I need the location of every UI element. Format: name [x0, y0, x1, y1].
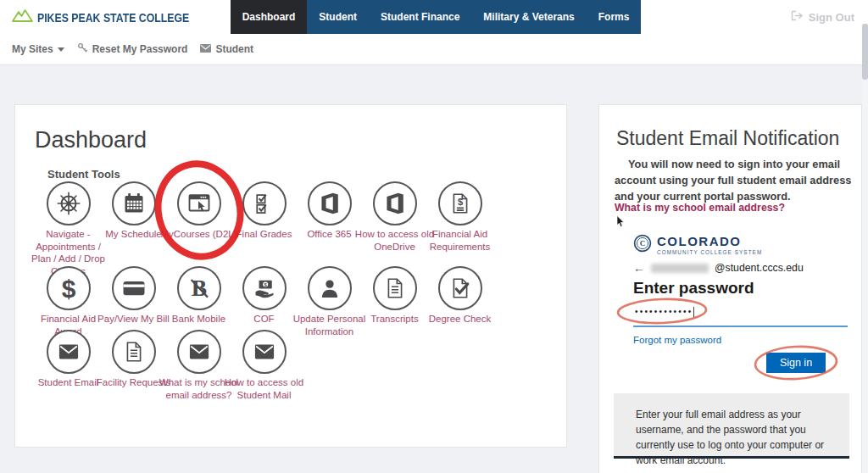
redacted-username [651, 264, 709, 273]
sign-out-button[interactable]: Sign Out [791, 0, 854, 34]
tool-update-personal-information[interactable]: Update Personal Information [297, 266, 362, 337]
tab-student-finance[interactable]: Student Finance [369, 0, 471, 34]
checklist-icon [242, 181, 287, 225]
person-icon [308, 266, 352, 310]
tool-financial-aid-award[interactable]: $Financial Aid Award [36, 266, 101, 337]
forgot-password-link[interactable]: Forgot my password [633, 335, 721, 345]
browser-cursor-icon [177, 181, 221, 225]
key-icon [77, 42, 88, 56]
email-domain-text: @student.cccs.edu [715, 262, 804, 274]
back-arrow-icon[interactable]: ← [633, 261, 645, 275]
calendar-icon [112, 181, 156, 225]
main-nav: PIKES PEAK STATE COLLEGE DashboardStuden… [0, 0, 868, 34]
mountain-logo-icon [12, 8, 33, 26]
signed-in-email: ← @student.cccs.edu [633, 261, 804, 275]
tool-bank-mobile[interactable]: BBank Mobile [166, 266, 231, 337]
doc-lines-icon [373, 266, 417, 310]
envelope-icon [177, 330, 221, 374]
scrollbar-track[interactable] [862, 24, 868, 473]
mouse-cursor-icon [616, 215, 626, 231]
text-caret [693, 307, 694, 318]
student-mail-link[interactable]: Student [200, 43, 253, 55]
instruction-note: Enter your full email address as your us… [614, 393, 849, 459]
scrollbar-thumb[interactable] [862, 24, 868, 80]
reset-password-label: Reset My Password [92, 43, 188, 55]
tool-financial-aid-requirements[interactable]: $Financial Aid Requirements [427, 181, 492, 277]
brand-subtitle: COMMUNITY COLLEGE SYSTEM [657, 249, 762, 255]
tab-student[interactable]: Student [307, 0, 369, 34]
cccs-seal-icon: C [633, 234, 652, 256]
brand-name: COLORADO [657, 235, 762, 248]
enter-password-heading: Enter password [633, 279, 754, 298]
tool-label: How to access old Student Mail [222, 376, 307, 401]
cccs-brand: C COLORADO COMMUNITY COLLEGE SYSTEM [633, 234, 762, 256]
tools-row-1: Navigate - Appointments / Plan / Add / D… [36, 181, 492, 277]
tab-military-veterans[interactable]: Military & Veterans [471, 0, 586, 34]
tab-forms[interactable]: Forms [587, 0, 642, 34]
page-title: Dashboard [35, 127, 147, 153]
tool-label: Financial Aid Requirements [418, 228, 503, 253]
sign-out-icon [791, 10, 804, 24]
svg-text:$: $ [457, 197, 462, 207]
ship-wheel-icon [47, 181, 91, 225]
school-email-link[interactable]: What is my school email address? [615, 202, 785, 214]
main-tabs: DashboardStudentStudent FinanceMilitary … [231, 0, 642, 34]
college-logo-text: PIKES PEAK STATE COLLEGE [37, 10, 189, 25]
tool-pay-view-my-bill[interactable]: Pay/View My Bill [101, 266, 166, 337]
dashboard-card: Dashboard Student Tools Navigate - Appoi… [14, 104, 567, 448]
credit-card-icon [112, 266, 156, 310]
my-sites-dropdown[interactable]: My Sites [12, 43, 64, 55]
office-icon [373, 181, 417, 225]
doc-check-icon [438, 266, 482, 310]
student-tools-heading: Student Tools [47, 168, 120, 181]
tools-row-3: Student EmailFacility RequestsWhat is my… [36, 330, 297, 401]
bank-b-icon: B [177, 266, 221, 310]
dollar-icon: $ [47, 266, 91, 310]
tab-dashboard[interactable]: Dashboard [231, 0, 308, 34]
secondary-nav: My Sites Reset My Password Student [0, 34, 868, 64]
tools-row-2: $Financial Aid AwardPay/View My BillBBan… [36, 266, 492, 337]
svg-text:C: C [640, 239, 646, 248]
panel-title: Student Email Notification [616, 127, 839, 150]
envelope-icon [47, 330, 91, 374]
sign-out-label: Sign Out [809, 11, 854, 24]
cash-hand-icon: $ [242, 266, 287, 310]
college-logo[interactable]: PIKES PEAK STATE COLLEGE [0, 0, 231, 34]
envelope-icon [242, 330, 287, 374]
tool-label: Degree Check [418, 313, 503, 326]
tool-how-to-access-old-student-mail[interactable]: How to access old Student Mail [231, 330, 297, 401]
my-sites-label: My Sites [12, 43, 53, 55]
password-underline [633, 326, 848, 327]
doc-dollar-icon: $ [438, 181, 482, 225]
reset-password-link[interactable]: Reset My Password [77, 42, 188, 56]
student-mail-label: Student [215, 43, 253, 55]
envelope-icon [200, 43, 211, 55]
header-divider [0, 64, 868, 65]
sign-in-button[interactable]: Sign in [766, 353, 826, 373]
chevron-down-icon [58, 47, 64, 52]
svg-text:$: $ [61, 275, 75, 301]
password-input[interactable]: •••••••••••• [635, 307, 694, 318]
doc-lines-icon [112, 330, 156, 374]
tool-student-email[interactable]: Student Email [36, 330, 101, 401]
office-icon [308, 181, 352, 225]
panel-body-text: You will now need to sign into your emai… [615, 156, 852, 205]
top-header: PIKES PEAK STATE COLLEGE DashboardStuden… [0, 0, 868, 64]
tool-degree-check[interactable]: Degree Check [427, 266, 492, 337]
tool-transcripts[interactable]: Transcripts [362, 266, 427, 337]
email-notification-card: Student Email Notification You will now … [598, 104, 862, 473]
